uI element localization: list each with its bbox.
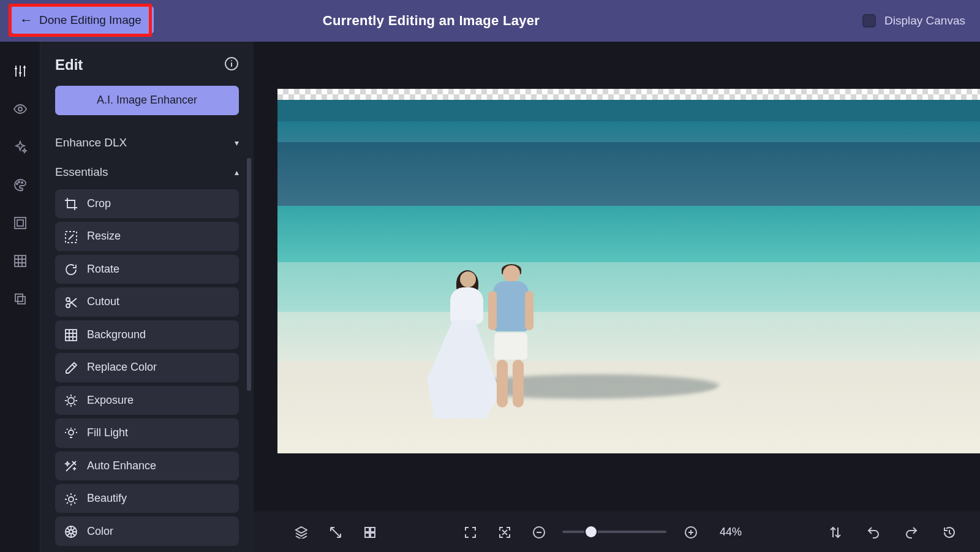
canvas-viewport[interactable]	[254, 42, 980, 512]
info-icon	[224, 56, 239, 71]
tool-rotate-label: Rotate	[87, 263, 119, 276]
rail-texture[interactable]	[12, 252, 29, 270]
rail-adjust[interactable]	[12, 62, 29, 80]
tool-rotate[interactable]: Rotate	[55, 255, 239, 284]
adjust-icon	[13, 64, 28, 78]
back-button[interactable]: ← Done Editing Image	[11, 6, 154, 34]
layers-icon	[294, 525, 307, 539]
history-button[interactable]	[936, 519, 962, 545]
tool-resize-label: Resize	[87, 230, 121, 243]
ai-image-enhancer-button[interactable]: A.I. Image Enhancer	[55, 86, 239, 115]
compare-icon	[828, 525, 842, 539]
group-essentials[interactable]: Essentials ▴	[40, 157, 254, 187]
undo-icon	[866, 525, 880, 539]
expand-button[interactable]	[322, 519, 348, 545]
compare-button[interactable]	[822, 519, 848, 545]
figure-man	[486, 265, 535, 418]
layers-button[interactable]	[288, 519, 314, 545]
cutout-icon	[64, 295, 77, 309]
display-canvas-label: Display Canvas	[884, 14, 965, 28]
undo-button[interactable]	[860, 519, 886, 545]
grid-button[interactable]	[356, 519, 382, 545]
rotate-icon	[64, 262, 77, 276]
layers-overlap-icon	[13, 292, 28, 306]
history-icon	[942, 525, 956, 539]
rail-frame[interactable]	[12, 214, 29, 232]
image-layer[interactable]	[277, 89, 980, 453]
zoom-controls: 44%	[526, 519, 747, 545]
tool-auto-enhance[interactable]: Auto Enhance	[55, 452, 239, 480]
chevron-down-icon: ▾	[235, 138, 239, 148]
redo-icon	[904, 525, 918, 539]
history-group	[822, 519, 962, 545]
svg-rect-6	[15, 255, 26, 267]
sparkle-icon	[13, 140, 28, 154]
info-button[interactable]	[224, 56, 239, 74]
zoom-out-button[interactable]	[526, 519, 551, 545]
tool-replace-color-label: Replace Color	[87, 361, 157, 374]
app-body: Edit A.I. Image Enhancer Enhance DLX ▾ E…	[0, 42, 980, 552]
rail-layers[interactable]	[12, 290, 29, 308]
magic-wand-icon	[64, 459, 77, 472]
zoom-slider-thumb[interactable]	[586, 526, 597, 537]
panel-scrollbar[interactable]	[247, 158, 251, 391]
tool-background[interactable]: Background	[55, 320, 239, 349]
eyedropper-icon	[64, 361, 77, 374]
svg-point-17	[69, 430, 74, 435]
svg-rect-23	[365, 533, 369, 537]
display-canvas-toggle[interactable]: Display Canvas	[862, 14, 965, 28]
svg-rect-24	[371, 533, 375, 537]
tool-exposure[interactable]: Exposure	[55, 386, 239, 415]
zoom-value: 44%	[714, 526, 747, 539]
tool-fill-light[interactable]: Fill Light	[55, 418, 239, 447]
tool-cutout[interactable]: Cutout	[55, 287, 239, 316]
svg-point-11	[231, 60, 232, 61]
fit-screen-button[interactable]	[457, 519, 483, 545]
fit-screen-icon	[463, 525, 477, 539]
chevron-up-icon: ▴	[235, 167, 239, 177]
tool-color[interactable]: Color	[55, 516, 239, 545]
checkbox-icon	[862, 14, 876, 28]
background-icon	[64, 328, 77, 341]
zoom-in-icon	[684, 525, 697, 539]
svg-rect-8	[18, 297, 25, 304]
svg-point-3	[21, 182, 22, 183]
svg-point-1	[16, 183, 17, 184]
topbar-title: Currently Editing an Image Layer	[323, 13, 540, 29]
tool-auto-enhance-label: Auto Enhance	[87, 459, 156, 472]
redo-button[interactable]	[898, 519, 924, 545]
resize-icon	[64, 230, 77, 243]
tool-beautify-label: Beautify	[87, 492, 127, 505]
tool-replace-color[interactable]: Replace Color	[55, 353, 239, 382]
group-enhance-dlx[interactable]: Enhance DLX ▾	[40, 129, 254, 158]
actual-size-button[interactable]	[491, 519, 517, 545]
crop-icon	[64, 197, 77, 210]
palette-icon	[13, 178, 28, 192]
sidebar-rail	[0, 42, 40, 552]
essentials-tools-list: Crop Resize Rotate Cutout Background Rep…	[40, 187, 254, 552]
arrow-left-icon: ←	[20, 12, 33, 28]
svg-rect-21	[365, 527, 369, 532]
svg-point-16	[68, 398, 74, 404]
tool-crop-label: Crop	[87, 197, 111, 210]
tool-resize[interactable]: Resize	[55, 222, 239, 251]
zoom-out-icon	[532, 525, 545, 539]
rail-eye[interactable]	[12, 100, 29, 118]
zoom-slider[interactable]	[562, 531, 666, 533]
tool-exposure-label: Exposure	[87, 394, 134, 407]
grid-icon	[363, 525, 376, 539]
rail-palette[interactable]	[12, 176, 29, 194]
svg-rect-15	[66, 330, 77, 341]
canvas-area: 44%	[254, 42, 980, 552]
ai-image-enhancer-label: A.I. Image Enhancer	[97, 94, 197, 107]
group-essentials-label: Essentials	[55, 165, 108, 179]
rail-effects[interactable]	[12, 138, 29, 156]
zoom-in-button[interactable]	[677, 519, 703, 545]
tool-crop[interactable]: Crop	[55, 189, 239, 218]
svg-rect-4	[15, 217, 26, 229]
tool-beautify[interactable]: Beautify	[55, 484, 239, 513]
tool-cutout-label: Cutout	[87, 295, 119, 308]
fill-light-icon	[64, 426, 77, 440]
bottom-toolbar: 44%	[254, 512, 980, 552]
svg-point-2	[18, 181, 19, 183]
